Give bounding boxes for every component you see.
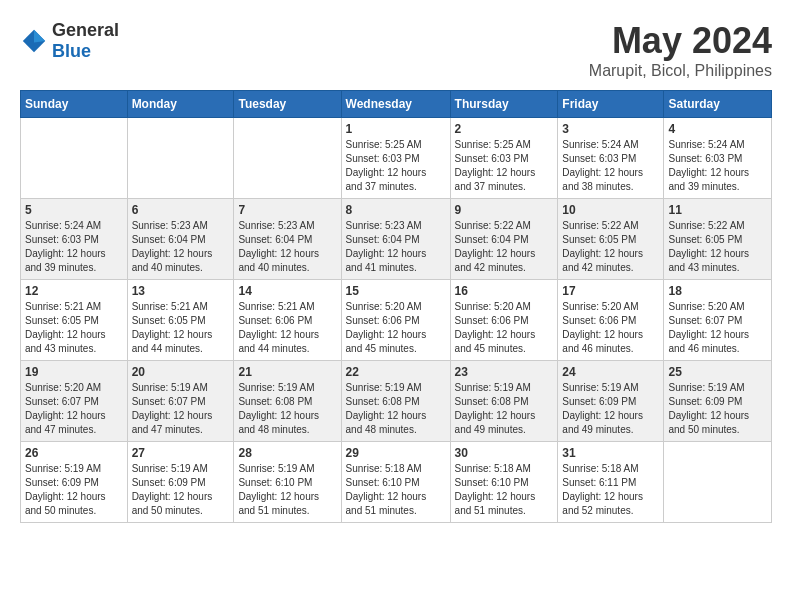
logo-blue-text: Blue: [52, 41, 91, 61]
calendar-week-row: 5Sunrise: 5:24 AM Sunset: 6:03 PM Daylig…: [21, 199, 772, 280]
svg-marker-1: [34, 30, 45, 43]
day-info: Sunrise: 5:20 AM Sunset: 6:07 PM Dayligh…: [668, 300, 767, 356]
day-info: Sunrise: 5:20 AM Sunset: 6:06 PM Dayligh…: [346, 300, 446, 356]
day-info: Sunrise: 5:23 AM Sunset: 6:04 PM Dayligh…: [346, 219, 446, 275]
day-info: Sunrise: 5:19 AM Sunset: 6:08 PM Dayligh…: [346, 381, 446, 437]
day-number: 10: [562, 203, 659, 217]
day-info: Sunrise: 5:20 AM Sunset: 6:07 PM Dayligh…: [25, 381, 123, 437]
calendar-cell: 9Sunrise: 5:22 AM Sunset: 6:04 PM Daylig…: [450, 199, 558, 280]
day-info: Sunrise: 5:21 AM Sunset: 6:06 PM Dayligh…: [238, 300, 336, 356]
day-info: Sunrise: 5:25 AM Sunset: 6:03 PM Dayligh…: [346, 138, 446, 194]
day-number: 14: [238, 284, 336, 298]
day-number: 15: [346, 284, 446, 298]
day-number: 27: [132, 446, 230, 460]
day-number: 25: [668, 365, 767, 379]
day-of-week-header: Tuesday: [234, 91, 341, 118]
calendar-cell: 14Sunrise: 5:21 AM Sunset: 6:06 PM Dayli…: [234, 280, 341, 361]
day-info: Sunrise: 5:19 AM Sunset: 6:09 PM Dayligh…: [132, 462, 230, 518]
day-info: Sunrise: 5:22 AM Sunset: 6:05 PM Dayligh…: [668, 219, 767, 275]
day-number: 16: [455, 284, 554, 298]
calendar-cell: 6Sunrise: 5:23 AM Sunset: 6:04 PM Daylig…: [127, 199, 234, 280]
logo: General Blue: [20, 20, 119, 62]
calendar-cell: 10Sunrise: 5:22 AM Sunset: 6:05 PM Dayli…: [558, 199, 664, 280]
day-of-week-header: Saturday: [664, 91, 772, 118]
day-number: 28: [238, 446, 336, 460]
calendar-cell: 31Sunrise: 5:18 AM Sunset: 6:11 PM Dayli…: [558, 442, 664, 523]
calendar-cell: 11Sunrise: 5:22 AM Sunset: 6:05 PM Dayli…: [664, 199, 772, 280]
day-info: Sunrise: 5:24 AM Sunset: 6:03 PM Dayligh…: [668, 138, 767, 194]
day-number: 31: [562, 446, 659, 460]
day-of-week-header: Wednesday: [341, 91, 450, 118]
calendar-cell: 12Sunrise: 5:21 AM Sunset: 6:05 PM Dayli…: [21, 280, 128, 361]
calendar-cell: 2Sunrise: 5:25 AM Sunset: 6:03 PM Daylig…: [450, 118, 558, 199]
calendar-cell: 29Sunrise: 5:18 AM Sunset: 6:10 PM Dayli…: [341, 442, 450, 523]
calendar-cell: 18Sunrise: 5:20 AM Sunset: 6:07 PM Dayli…: [664, 280, 772, 361]
day-number: 6: [132, 203, 230, 217]
calendar-cell: 3Sunrise: 5:24 AM Sunset: 6:03 PM Daylig…: [558, 118, 664, 199]
calendar-cell: 24Sunrise: 5:19 AM Sunset: 6:09 PM Dayli…: [558, 361, 664, 442]
day-number: 17: [562, 284, 659, 298]
day-info: Sunrise: 5:24 AM Sunset: 6:03 PM Dayligh…: [25, 219, 123, 275]
page-subtitle: Marupit, Bicol, Philippines: [589, 62, 772, 80]
calendar-week-row: 26Sunrise: 5:19 AM Sunset: 6:09 PM Dayli…: [21, 442, 772, 523]
day-number: 12: [25, 284, 123, 298]
day-info: Sunrise: 5:23 AM Sunset: 6:04 PM Dayligh…: [132, 219, 230, 275]
calendar-cell: 7Sunrise: 5:23 AM Sunset: 6:04 PM Daylig…: [234, 199, 341, 280]
calendar-cell: 20Sunrise: 5:19 AM Sunset: 6:07 PM Dayli…: [127, 361, 234, 442]
calendar-cell: 15Sunrise: 5:20 AM Sunset: 6:06 PM Dayli…: [341, 280, 450, 361]
day-number: 7: [238, 203, 336, 217]
day-info: Sunrise: 5:19 AM Sunset: 6:10 PM Dayligh…: [238, 462, 336, 518]
day-number: 8: [346, 203, 446, 217]
page-header: General Blue May 2024 Marupit, Bicol, Ph…: [20, 20, 772, 80]
day-number: 4: [668, 122, 767, 136]
calendar-cell: 16Sunrise: 5:20 AM Sunset: 6:06 PM Dayli…: [450, 280, 558, 361]
calendar-week-row: 1Sunrise: 5:25 AM Sunset: 6:03 PM Daylig…: [21, 118, 772, 199]
calendar-week-row: 19Sunrise: 5:20 AM Sunset: 6:07 PM Dayli…: [21, 361, 772, 442]
calendar-cell: 17Sunrise: 5:20 AM Sunset: 6:06 PM Dayli…: [558, 280, 664, 361]
title-area: May 2024 Marupit, Bicol, Philippines: [589, 20, 772, 80]
calendar-cell: 5Sunrise: 5:24 AM Sunset: 6:03 PM Daylig…: [21, 199, 128, 280]
day-number: 3: [562, 122, 659, 136]
calendar-cell: 23Sunrise: 5:19 AM Sunset: 6:08 PM Dayli…: [450, 361, 558, 442]
day-number: 20: [132, 365, 230, 379]
day-info: Sunrise: 5:20 AM Sunset: 6:06 PM Dayligh…: [455, 300, 554, 356]
day-info: Sunrise: 5:24 AM Sunset: 6:03 PM Dayligh…: [562, 138, 659, 194]
day-of-week-header: Thursday: [450, 91, 558, 118]
calendar-cell: 1Sunrise: 5:25 AM Sunset: 6:03 PM Daylig…: [341, 118, 450, 199]
page-title: May 2024: [589, 20, 772, 62]
day-number: 11: [668, 203, 767, 217]
calendar-cell: 30Sunrise: 5:18 AM Sunset: 6:10 PM Dayli…: [450, 442, 558, 523]
calendar-table: SundayMondayTuesdayWednesdayThursdayFrid…: [20, 90, 772, 523]
day-number: 1: [346, 122, 446, 136]
day-info: Sunrise: 5:25 AM Sunset: 6:03 PM Dayligh…: [455, 138, 554, 194]
day-info: Sunrise: 5:23 AM Sunset: 6:04 PM Dayligh…: [238, 219, 336, 275]
day-info: Sunrise: 5:21 AM Sunset: 6:05 PM Dayligh…: [132, 300, 230, 356]
day-info: Sunrise: 5:21 AM Sunset: 6:05 PM Dayligh…: [25, 300, 123, 356]
day-info: Sunrise: 5:22 AM Sunset: 6:04 PM Dayligh…: [455, 219, 554, 275]
day-of-week-header: Friday: [558, 91, 664, 118]
day-info: Sunrise: 5:22 AM Sunset: 6:05 PM Dayligh…: [562, 219, 659, 275]
day-number: 30: [455, 446, 554, 460]
calendar-cell: 21Sunrise: 5:19 AM Sunset: 6:08 PM Dayli…: [234, 361, 341, 442]
day-info: Sunrise: 5:19 AM Sunset: 6:07 PM Dayligh…: [132, 381, 230, 437]
day-number: 29: [346, 446, 446, 460]
day-of-week-header: Monday: [127, 91, 234, 118]
day-info: Sunrise: 5:18 AM Sunset: 6:11 PM Dayligh…: [562, 462, 659, 518]
days-of-week-row: SundayMondayTuesdayWednesdayThursdayFrid…: [21, 91, 772, 118]
calendar-body: 1Sunrise: 5:25 AM Sunset: 6:03 PM Daylig…: [21, 118, 772, 523]
day-number: 2: [455, 122, 554, 136]
day-number: 21: [238, 365, 336, 379]
calendar-cell: 4Sunrise: 5:24 AM Sunset: 6:03 PM Daylig…: [664, 118, 772, 199]
day-number: 22: [346, 365, 446, 379]
day-of-week-header: Sunday: [21, 91, 128, 118]
logo-icon: [20, 27, 48, 55]
calendar-cell: 22Sunrise: 5:19 AM Sunset: 6:08 PM Dayli…: [341, 361, 450, 442]
day-info: Sunrise: 5:19 AM Sunset: 6:09 PM Dayligh…: [668, 381, 767, 437]
day-number: 26: [25, 446, 123, 460]
day-number: 13: [132, 284, 230, 298]
calendar-cell: 28Sunrise: 5:19 AM Sunset: 6:10 PM Dayli…: [234, 442, 341, 523]
day-number: 23: [455, 365, 554, 379]
day-number: 18: [668, 284, 767, 298]
day-number: 5: [25, 203, 123, 217]
calendar-cell: [234, 118, 341, 199]
